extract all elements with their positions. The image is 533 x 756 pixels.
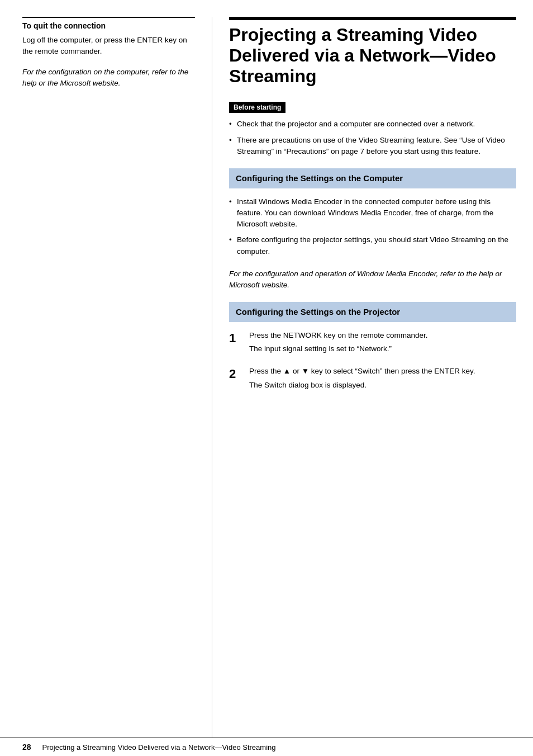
page-container: To quit the connection Log off the compu… bbox=[0, 0, 533, 756]
step-1-number: 1 bbox=[229, 330, 249, 346]
before-starting-badge: Before starting bbox=[229, 102, 285, 113]
step-2-main-text: Press the ▲ or ▼ key to select “Switch” … bbox=[249, 366, 516, 377]
step-1: 1 Press the NETWORK key on the remote co… bbox=[229, 330, 516, 355]
projector-section-title: Configuring the Settings on the Projecto… bbox=[236, 306, 510, 318]
footer-text: Projecting a Streaming Video Delivered v… bbox=[42, 743, 276, 752]
step-1-content: Press the NETWORK key on the remote comm… bbox=[249, 330, 516, 355]
right-column: Projecting a Streaming Video Delivered v… bbox=[212, 17, 533, 738]
content-area: To quit the connection Log off the compu… bbox=[0, 0, 533, 738]
computer-italic-note: For the configuration and operation of W… bbox=[229, 268, 516, 291]
computer-bullet-2: Before configuring the projector setting… bbox=[229, 234, 516, 257]
main-title: Projecting a Streaming Video Delivered v… bbox=[229, 17, 516, 86]
left-column: To quit the connection Log off the compu… bbox=[0, 17, 212, 738]
step-2-sub-text: The Switch dialog box is displayed. bbox=[249, 380, 516, 391]
before-starting-item-1: Check that the projector and a computer … bbox=[229, 119, 516, 130]
step-2: 2 Press the ▲ or ▼ key to select “Switch… bbox=[229, 366, 516, 391]
quit-connection-paragraph: Log off the computer, or press the ENTER… bbox=[22, 35, 195, 58]
before-starting-item-2: There are precautions on use of the Vide… bbox=[229, 135, 516, 158]
page-number: 28 bbox=[22, 743, 31, 752]
step-2-content: Press the ▲ or ▼ key to select “Switch” … bbox=[249, 366, 516, 391]
step-1-main-text: Press the NETWORK key on the remote comm… bbox=[249, 330, 516, 341]
left-italic-note: For the configuration on the computer, r… bbox=[22, 67, 195, 89]
quit-connection-title: To quit the connection bbox=[22, 17, 195, 30]
step-2-number: 2 bbox=[229, 366, 249, 381]
footer: 28 Projecting a Streaming Video Delivere… bbox=[0, 738, 533, 756]
computer-bullet-1: Install Windows Media Encoder in the con… bbox=[229, 196, 516, 230]
step-1-sub-text: The input signal setting is set to “Netw… bbox=[249, 343, 516, 355]
before-starting-list: Check that the projector and a computer … bbox=[229, 119, 516, 157]
computer-section-list: Install Windows Media Encoder in the con… bbox=[229, 196, 516, 257]
projector-section-header: Configuring the Settings on the Projecto… bbox=[229, 302, 516, 322]
computer-section-header: Configuring the Settings on the Computer bbox=[229, 168, 516, 188]
computer-section-title: Configuring the Settings on the Computer bbox=[236, 173, 510, 184]
